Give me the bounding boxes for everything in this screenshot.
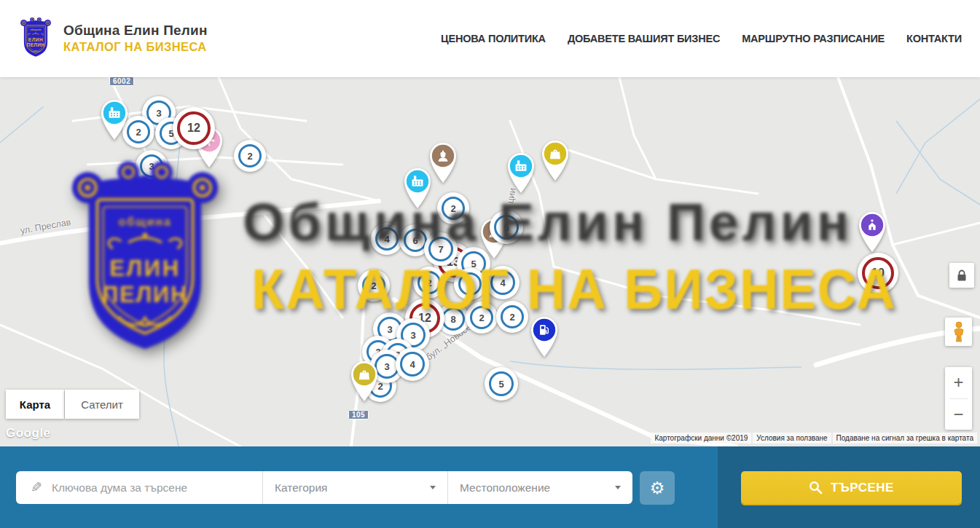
header: Община Елин Пелин КАТАЛОГ НА БИЗНЕСА ЦЕН… <box>0 0 980 77</box>
zoom-control: + − <box>945 367 972 430</box>
cluster-count: 4 <box>384 234 389 245</box>
cluster-count: 2 <box>479 312 484 323</box>
category-select-label: Категория <box>275 481 430 494</box>
search-submit-label: ТЪРСЕНЕ <box>831 481 894 495</box>
location-select-label: Местоположение <box>460 481 615 494</box>
cluster-count: 6 <box>412 235 418 246</box>
church-icon <box>855 210 889 253</box>
cluster-count: 2 <box>247 151 252 162</box>
business-pin-factory[interactable] <box>504 151 538 194</box>
factory-icon <box>98 98 131 141</box>
cluster-count: 7 <box>438 244 443 255</box>
business-pin-factory[interactable] <box>98 98 131 141</box>
cluster-count: 5 <box>503 222 509 233</box>
zoom-in-button[interactable]: + <box>945 367 972 398</box>
cluster-marker[interactable]: 4 <box>396 347 429 381</box>
attribution-terms-link[interactable]: Условия за ползване <box>753 433 831 444</box>
chevron-down-icon <box>430 486 436 489</box>
category-select[interactable]: Категория <box>262 471 447 504</box>
cluster-count: 4 <box>409 359 415 370</box>
business-pin-factory[interactable] <box>401 167 434 209</box>
location-select[interactable]: Местоположение <box>447 471 632 504</box>
pencil-icon: ✎ <box>31 479 42 496</box>
satellite-view-button[interactable]: Сателит <box>65 390 139 419</box>
cluster-count: 12 <box>187 122 200 135</box>
gear-icon: ⚙ <box>650 478 665 498</box>
street-view-pegman-button[interactable] <box>945 318 972 346</box>
cluster-count: 5 <box>498 379 503 390</box>
cluster-marker[interactable]: 4 <box>486 266 520 299</box>
pegman-icon <box>952 321 966 343</box>
cluster-marker[interactable]: 2 <box>234 140 266 172</box>
map-markers-layer: 3251223254613752274812223338234510 <box>0 77 980 446</box>
nav-item-pricing[interactable]: ЦЕНОВА ПОЛИТИКА <box>441 33 546 44</box>
cluster-count: 2 <box>371 280 376 291</box>
lock-button[interactable] <box>949 263 974 288</box>
search-bar: ✎ Категория Местоположение ⚙ ТЪРСЕНЕ <box>0 446 980 528</box>
business-pin-church[interactable] <box>855 210 889 253</box>
factory-icon <box>401 167 434 209</box>
business-pin-fuel[interactable] <box>528 315 561 358</box>
cluster-marker[interactable]: 7 <box>424 232 458 266</box>
google-logo[interactable]: Google <box>6 426 51 441</box>
cluster-marker[interactable]: 2 <box>413 267 445 299</box>
advanced-settings-button[interactable]: ⚙ <box>640 471 675 505</box>
cluster-count: 2 <box>136 127 141 138</box>
cluster-count: 2 <box>509 312 514 323</box>
attribution-copyright: Картографски данни ©2019 <box>651 433 751 444</box>
cluster-count: 3 <box>149 161 154 172</box>
main-nav: ЦЕНОВА ПОЛИТИКА ДОБАВЕТЕ ВАШИЯТ БИЗНЕС М… <box>441 0 962 77</box>
cluster-count: 3 <box>387 324 392 335</box>
cluster-count: 10 <box>871 267 885 280</box>
search-icon <box>809 481 823 494</box>
municipality-shield-icon <box>18 16 53 60</box>
attribution-report-link[interactable]: Подаване на сигнал за грешка в картата <box>833 433 977 444</box>
cluster-count: 2 <box>426 277 431 288</box>
site-logo[interactable]: Община Елин Пелин КАТАЛОГ НА БИЗНЕСА <box>18 16 208 60</box>
cluster-marker[interactable]: 5 <box>490 210 523 244</box>
fuel-icon <box>528 315 561 358</box>
cluster-count: 2 <box>450 203 455 214</box>
brand-title: Община Елин Пелин <box>63 23 208 39</box>
cluster-marker[interactable]: 10 <box>858 253 898 293</box>
chevron-down-icon <box>615 486 621 489</box>
cluster-marker[interactable]: 7 <box>454 268 486 300</box>
brand-subtitle: КАТАЛОГ НА БИЗНЕСА <box>63 40 208 54</box>
search-form: ✎ Категория Местоположение <box>16 471 632 504</box>
shopping-bag-icon <box>538 139 572 181</box>
keyword-field: ✎ <box>16 471 262 504</box>
factory-icon <box>504 151 538 194</box>
map-attribution: Картографски данни ©2019 Условия за полз… <box>651 433 977 444</box>
cluster-count: 8 <box>450 314 455 325</box>
nav-item-contacts[interactable]: КОНТАКТИ <box>906 33 962 44</box>
page: Община Елин Пелин КАТАЛОГ НА БИЗНЕСА ЦЕН… <box>0 0 980 528</box>
cluster-count: 3 <box>384 361 389 372</box>
cluster-marker[interactable]: 3 <box>136 150 168 182</box>
cluster-count: 3 <box>156 108 161 119</box>
cluster-count: 4 <box>500 277 505 288</box>
cluster-marker[interactable]: 4 <box>371 223 403 255</box>
cluster-marker[interactable]: 2 <box>358 269 390 302</box>
business-pin-shopping-bag[interactable] <box>348 360 381 402</box>
cluster-marker[interactable]: 12 <box>173 107 215 149</box>
map-type-control: Карта Сателит <box>6 390 139 419</box>
nav-item-add-business[interactable]: ДОБАВЕТЕ ВАШИЯТ БИЗНЕС <box>568 33 720 44</box>
nav-item-transport-schedule[interactable]: МАРШРУТНО РАЗПИСАНИЕ <box>742 33 885 44</box>
cluster-marker[interactable]: 5 <box>485 367 518 401</box>
cluster-marker[interactable]: 2 <box>437 192 469 224</box>
zoom-out-button[interactable]: − <box>945 399 972 430</box>
cluster-count: 7 <box>467 279 472 290</box>
cluster-count: 3 <box>410 330 415 341</box>
lock-icon <box>957 269 967 282</box>
search-submit-button[interactable]: ТЪРСЕНЕ <box>741 471 962 504</box>
keyword-input[interactable] <box>52 481 262 494</box>
map-view-button[interactable]: Карта <box>6 390 64 419</box>
shopping-bag-icon <box>348 360 381 402</box>
business-pin-shopping-bag[interactable] <box>538 139 572 181</box>
cluster-marker[interactable]: 2 <box>496 301 528 333</box>
cluster-marker[interactable]: 2 <box>466 302 498 334</box>
map-canvas[interactable]: 6002105ул. Преславбул. „Новоселции 32512… <box>0 77 980 446</box>
